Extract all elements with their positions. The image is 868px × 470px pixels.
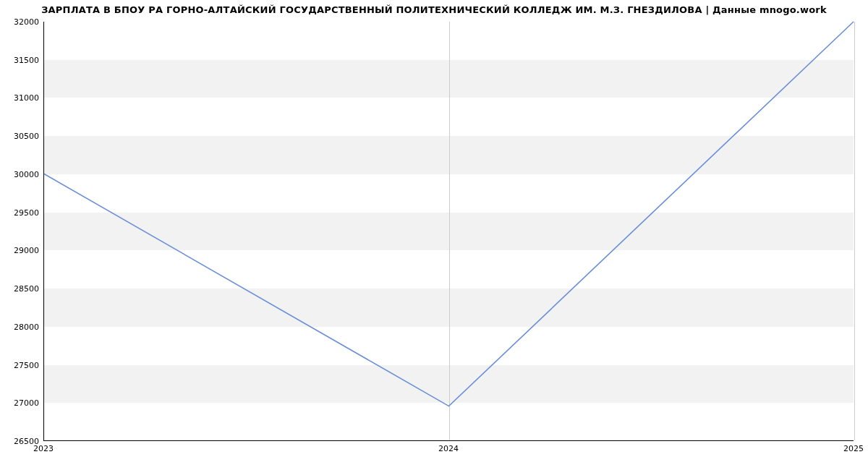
line-series <box>44 22 854 440</box>
y-tick-label: 31000 <box>10 93 39 103</box>
y-tick-label: 28000 <box>10 322 39 331</box>
y-tick-label: 30500 <box>10 132 39 141</box>
x-gridline <box>854 22 855 440</box>
y-tick-label: 32000 <box>10 17 39 27</box>
x-tick-label: 2023 <box>33 444 54 453</box>
x-tick-label: 2025 <box>843 444 864 453</box>
data-line <box>44 22 854 406</box>
y-tick-label: 29500 <box>10 208 39 217</box>
chart: ЗАРПЛАТА В БПОУ РА ГОРНО-АЛТАЙСКИЙ ГОСУД… <box>0 0 868 470</box>
y-tick-label: 28500 <box>10 284 39 294</box>
y-tick-label: 27500 <box>10 360 39 369</box>
y-tick-label: 30000 <box>10 169 39 179</box>
y-tick-label: 31500 <box>10 55 39 64</box>
y-tick-label: 29000 <box>10 246 39 255</box>
plot-area <box>43 22 854 441</box>
y-tick-label: 27000 <box>10 398 39 408</box>
chart-title: ЗАРПЛАТА В БПОУ РА ГОРНО-АЛТАЙСКИЙ ГОСУД… <box>0 4 868 15</box>
x-tick-label: 2024 <box>438 444 459 453</box>
